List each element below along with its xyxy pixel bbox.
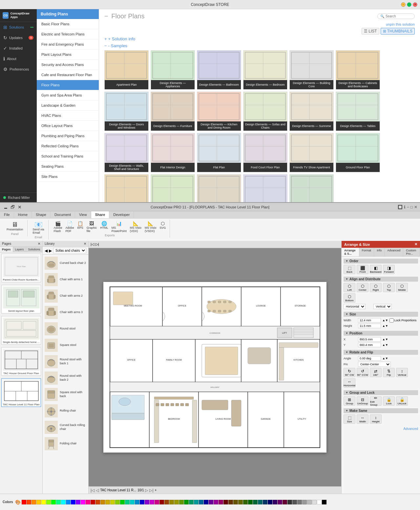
ribbon-btn-ppt[interactable]: 📊 MSPowerPoint [110,221,128,233]
color-swatch-10[interactable] [71,500,75,504]
makesame-section-header[interactable]: ▼ Make Same [344,408,418,413]
menu-item-landscape[interactable]: Landscape & Garden [37,100,99,111]
thumbnail-item-2[interactable]: Design Elements — Bathroom [197,50,241,90]
flip-horizontal-btn[interactable]: ↔ Horizontal [344,378,355,388]
page-thumb-1[interactable]: Floor Plan Parent-Child Room Numberin... [1,254,41,282]
color-swatch-32[interactable] [179,500,184,504]
color-swatch-45[interactable] [243,500,248,504]
color-swatch-7[interactable] [56,500,61,504]
thumbnail-item-21[interactable]: Minihotel Floor Plan [243,174,287,202]
color-swatch-38[interactable] [209,500,213,504]
ribbon-btn-pdf[interactable]: 📄 AdobePDF [64,221,75,233]
color-swatch-4[interactable] [41,500,46,504]
menu-item-basic-floor[interactable]: Basic Floor Plans [37,19,99,29]
color-swatch-31[interactable] [174,500,179,504]
color-swatch-25[interactable] [145,500,149,504]
canvas-toolbar-icon-1[interactable]: |◁ [91,242,94,246]
thumbnail-item-11[interactable]: Design Elements — Tables [336,92,380,131]
view-thumbnails-button[interactable]: ⊞ THUMBNAILS [381,28,415,34]
color-swatch-58[interactable] [307,500,312,504]
maximize-button[interactable]: □ [407,2,411,7]
height-spinner[interactable]: ▲▼ [382,324,388,328]
minimize-button[interactable]: − [401,2,406,7]
sidebar-item-updates[interactable]: ↻ Updates 9 [0,32,37,43]
color-swatch-27[interactable] [155,500,159,504]
tb-icon-4[interactable]: □ [410,205,413,209]
color-swatch-61[interactable] [322,500,326,504]
color-swatch-49[interactable] [263,500,267,504]
sidebar-item-about[interactable]: ℹ About [0,53,37,64]
pro-minimize[interactable]: 🗕 [3,204,9,210]
color-swatch-33[interactable] [184,500,189,504]
align-middle-btn[interactable]: ⬡ Middle [396,283,408,292]
pin-select[interactable]: Center-Center [358,362,391,367]
angle-input[interactable] [358,356,381,361]
angle-spinner[interactable]: ▲▼ [382,357,388,360]
width-spinner[interactable]: ▲▼ [382,319,388,322]
thumbnail-item-5[interactable]: Design Elements — Cabinets and Bookcases [336,50,380,90]
rp-tab-info[interactable]: Info [374,248,385,256]
ribbon-btn-presentation[interactable]: 🖥 Presentation [5,221,25,232]
menu-item-hvac[interactable]: HVAC Plans [37,111,99,121]
color-swatch-6[interactable] [51,500,56,504]
size-section-header[interactable]: ▼ Size [344,312,418,317]
page-thumb-4[interactable]: TAC House Ground Floor Plan [1,347,41,376]
lib-item-round-stool-back2[interactable]: Round stool with back 2 [44,371,87,385]
thumbnail-item-12[interactable]: Design Elements — Walls, Shell and Struc… [104,133,149,172]
thumbnail-item-1[interactable]: Design Elements — Appliances [151,50,195,90]
ribbon-btn-svg[interactable]: ⬡ SVG [158,221,167,233]
align-section-header[interactable]: ▼ Align and Distribute [344,277,418,282]
color-swatch-20[interactable] [120,500,125,504]
thumbnail-item-17[interactable]: Ground Floor Plan [336,133,380,172]
color-swatch-12[interactable] [81,500,85,504]
sidebar-item-installed[interactable]: ✓ Installed [0,43,37,53]
rotate-cw-btn[interactable]: ↻ 90° CW [344,368,355,377]
color-swatch-21[interactable] [125,500,130,504]
color-swatch-40[interactable] [219,500,223,504]
color-swatch-47[interactable] [253,500,258,504]
x-spinner[interactable]: ▲▼ [382,338,388,341]
page-nav-prev[interactable]: ◁ [96,488,99,493]
color-swatch-8[interactable] [61,500,66,504]
color-swatch-23[interactable] [135,500,139,504]
color-swatch-13[interactable] [86,500,90,504]
color-swatch-17[interactable] [105,500,110,504]
group-section-header[interactable]: ▼ Group and Lock [344,390,418,395]
tb-icon-1[interactable]: 🔲 [398,205,403,209]
rotate-section-header[interactable]: ▼ Rotate and Flip [344,350,418,355]
ribbon-btn-visio-vsdx[interactable]: 📐 MS Visio(VSDX) [143,221,158,233]
canvas-inner[interactable]: MEETING ROOM OFFICE CONFERENCE LOUNGE ST… [89,248,341,486]
sidebar-item-solutions[interactable]: ⊞ Solutions [0,22,37,32]
tb-icon-5[interactable]: ✕ [414,205,417,209]
color-swatch-53[interactable] [283,500,287,504]
y-spinner[interactable]: ▲▼ [382,343,388,347]
thumbnail-item-19[interactable]: Hotel Plan [151,174,195,202]
lib-item-chair-arms-2[interactable]: Chair with arms 2 [44,289,87,303]
ribbon-btn-eps[interactable]: 📋 EPS [76,221,85,233]
align-bottom-btn[interactable]: ⬡ Bottom [344,293,355,303]
right-panel-close[interactable]: ✕ [414,242,417,246]
color-swatch-29[interactable] [164,500,169,504]
color-swatch-48[interactable] [258,500,262,504]
menu-item-gym[interactable]: Gym and Spa Area Plans [37,90,99,100]
color-swatch-50[interactable] [268,500,272,504]
color-swatch-26[interactable] [150,500,154,504]
ribbon-btn-email[interactable]: 📧 Send viaEmail [32,221,46,235]
page-nav-first[interactable]: |◁ [91,488,94,493]
color-swatch-2[interactable] [32,500,36,504]
color-swatch-42[interactable] [228,500,233,504]
view-list-button[interactable]: ☰ LIST [362,28,379,34]
menu-item-security[interactable]: Security and Access Plans [37,60,99,70]
makesame-size-btn[interactable]: ⬚ Size [344,414,355,424]
color-swatch-15[interactable] [95,500,100,504]
ungroup-btn[interactable]: ⊟ UnGroup [357,396,368,406]
makesame-height-btn[interactable]: ↕ Height [370,414,382,424]
color-swatch-24[interactable] [140,500,144,504]
color-swatch-36[interactable] [199,500,203,504]
lock-proportions-checkbox[interactable] [389,318,394,323]
color-swatch-1[interactable] [27,500,31,504]
page-thumb-5[interactable]: TAC House Level 11 Floor Plan [1,378,41,407]
tab-developer[interactable]: Developer [109,211,134,218]
tab-view[interactable]: View [75,211,91,218]
panel-tab-layers[interactable]: Layers [13,247,26,252]
